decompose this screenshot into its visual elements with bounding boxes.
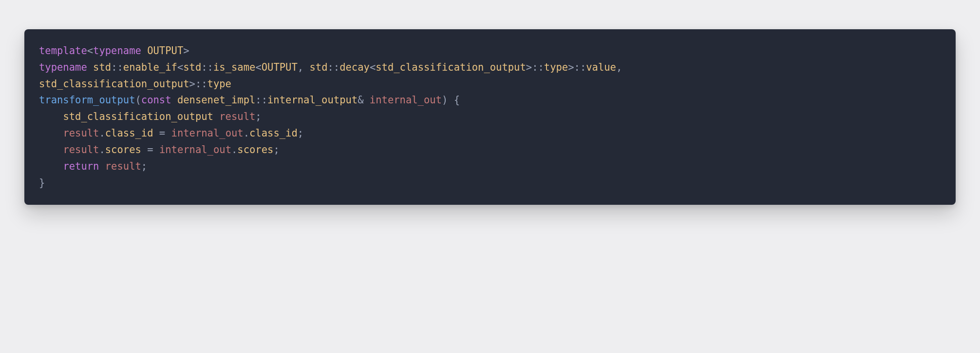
tok-punc: ; <box>273 144 279 156</box>
tok-punc: , <box>298 61 310 73</box>
code-line: } <box>39 177 45 189</box>
tok-var: internal_out <box>159 144 231 156</box>
tok-punc: >:: <box>526 61 544 73</box>
tok-punc: ( <box>135 94 141 106</box>
tok-punc: ; <box>141 160 147 172</box>
tok-type: decay <box>339 61 370 73</box>
tok-type: std_classification_output <box>376 61 526 73</box>
tok-type: std <box>93 61 111 73</box>
tok-punc: ; <box>298 127 303 139</box>
code-line: std_classification_output result; <box>39 111 262 122</box>
code-line: return result; <box>39 160 147 172</box>
tok-type: class_id <box>105 127 153 139</box>
tok-type: type <box>544 61 568 73</box>
tok-type: OUTPUT <box>262 61 298 73</box>
code-line: std_classification_output>::type <box>39 78 231 90</box>
tok-punc: :: <box>201 61 213 73</box>
tok-punc: & <box>358 94 370 106</box>
tok-keyword: typename <box>93 45 141 57</box>
tok-punc: >:: <box>568 61 586 73</box>
code-line: template<typename OUTPUT> <box>39 45 189 57</box>
tok-type: std_classification_output <box>63 111 213 122</box>
tok-var: result <box>63 127 99 139</box>
tok-punc: = <box>153 127 171 139</box>
tok-var: internal_out <box>370 94 442 106</box>
tok-punc: . <box>99 127 105 139</box>
tok-type: internal_output <box>267 94 358 106</box>
tok-space <box>99 160 105 172</box>
tok-type: std_classification_output <box>39 78 189 90</box>
tok-punc: ) { <box>442 94 460 106</box>
tok-punc: < <box>87 45 93 57</box>
tok-indent <box>39 111 63 122</box>
tok-type: value <box>586 61 616 73</box>
tok-indent <box>39 127 63 139</box>
tok-keyword: const <box>141 94 171 106</box>
tok-punc: = <box>141 144 159 156</box>
tok-space <box>213 111 219 122</box>
tok-punc: ; <box>255 111 261 122</box>
tok-punc: . <box>231 144 237 156</box>
tok-fn: transform_output <box>39 94 135 106</box>
tok-indent <box>39 144 63 156</box>
tok-type: class_id <box>249 127 298 139</box>
tok-type: scores <box>237 144 273 156</box>
tok-space <box>87 61 93 73</box>
code-line: result.scores = internal_out.scores; <box>39 144 280 156</box>
tok-punc: } <box>39 177 45 189</box>
tok-var: result <box>63 144 99 156</box>
code-line: transform_output(const densenet_impl::in… <box>39 94 460 106</box>
tok-type: std <box>309 61 327 73</box>
code-line: result.class_id = internal_out.class_id; <box>39 127 303 139</box>
tok-punc: :: <box>255 94 267 106</box>
page-wrap: template<typename OUTPUT> typename std::… <box>0 0 980 234</box>
tok-type: scores <box>105 144 141 156</box>
tok-punc: , <box>616 61 622 73</box>
tok-space <box>171 94 177 106</box>
tok-type: type <box>207 78 231 90</box>
tok-punc: :: <box>328 61 340 73</box>
tok-punc: . <box>244 127 249 139</box>
tok-type: densenet_impl <box>177 94 255 106</box>
tok-space <box>141 45 147 57</box>
code-block: template<typename OUTPUT> typename std::… <box>24 29 956 205</box>
tok-punc: > <box>183 45 189 57</box>
tok-punc: < <box>370 61 376 73</box>
tok-keyword: template <box>39 45 87 57</box>
tok-punc: >:: <box>189 78 207 90</box>
tok-type: std <box>183 61 201 73</box>
tok-type: OUTPUT <box>147 45 183 57</box>
tok-punc: < <box>177 61 183 73</box>
tok-indent <box>39 160 63 172</box>
tok-type: enable_if <box>123 61 177 73</box>
tok-punc: :: <box>111 61 123 73</box>
tok-var: internal_out <box>171 127 244 139</box>
tok-var: result <box>219 111 255 122</box>
tok-punc: . <box>99 144 105 156</box>
tok-punc: < <box>255 61 261 73</box>
tok-type: is_same <box>213 61 255 73</box>
code-line: typename std::enable_if<std::is_same<OUT… <box>39 61 622 73</box>
tok-keyword: typename <box>39 61 87 73</box>
tok-var: result <box>105 160 141 172</box>
tok-keyword: return <box>63 160 99 172</box>
